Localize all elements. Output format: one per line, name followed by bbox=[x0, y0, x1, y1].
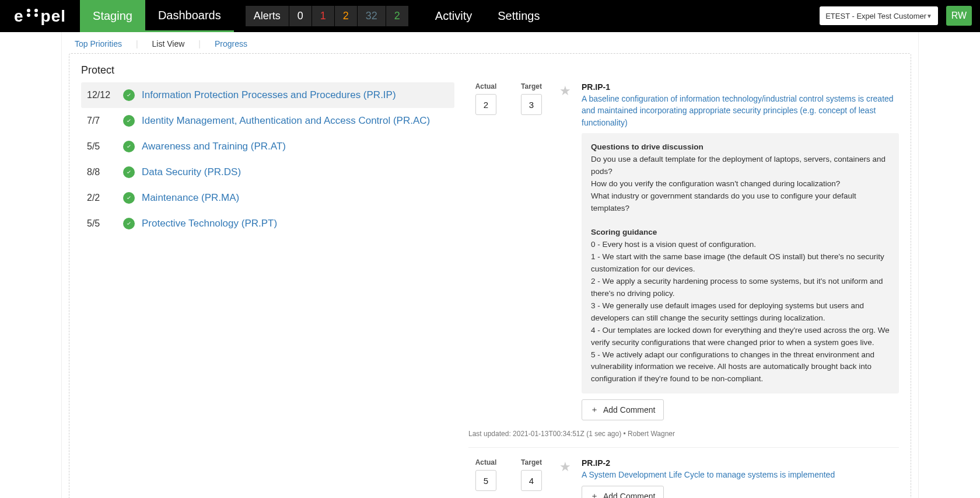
logo-right: pel bbox=[41, 7, 66, 26]
category-link[interactable]: Awareness and Training (PR.AT) bbox=[142, 141, 286, 152]
actual-score-input[interactable]: 2 bbox=[475, 94, 496, 115]
logo-left: e bbox=[14, 7, 24, 26]
nav-activity[interactable]: Activity bbox=[422, 0, 485, 32]
actual-label: Actual bbox=[475, 82, 497, 90]
category-row[interactable]: 8/8Data Security (PR.DS) bbox=[81, 159, 454, 185]
scoring-heading: Scoring guidance bbox=[591, 227, 890, 239]
target-label: Target bbox=[521, 458, 542, 466]
category-count: 7/7 bbox=[87, 116, 116, 126]
divider bbox=[468, 447, 899, 448]
control-title-link[interactable]: A baseline configuration of information … bbox=[582, 93, 899, 128]
alert-count-1[interactable]: 1 bbox=[312, 6, 335, 26]
alert-count-2[interactable]: 2 bbox=[335, 6, 358, 26]
scoring-text: 1 - We start with the same base image (t… bbox=[591, 251, 890, 276]
add-comment-button[interactable]: ＋ Add Comment bbox=[582, 399, 664, 420]
scoring-text: 2 - We apply a security hardening proces… bbox=[591, 276, 890, 300]
category-row[interactable]: 12/12Information Protection Processes an… bbox=[81, 82, 454, 108]
scoring-text: 4 - Our templates are locked down for ev… bbox=[591, 325, 890, 349]
top-nav-bar: epel Staging Dashboards Alerts 0 1 2 32 … bbox=[0, 0, 980, 32]
alert-count-0[interactable]: 0 bbox=[289, 6, 312, 26]
star-icon[interactable]: ★ bbox=[559, 83, 571, 420]
nav-alerts[interactable]: Alerts bbox=[246, 6, 289, 26]
actual-score-input[interactable]: 5 bbox=[475, 470, 496, 491]
subtab-top-priorities[interactable]: Top Priorities bbox=[75, 39, 122, 48]
actual-label: Actual bbox=[475, 458, 497, 466]
guidance-box: Questions to drive discussion Do you use… bbox=[582, 133, 899, 393]
category-link[interactable]: Protective Technology (PR.PT) bbox=[142, 218, 277, 229]
alert-count-3[interactable]: 32 bbox=[358, 6, 386, 26]
category-list: 12/12Information Protection Processes an… bbox=[81, 82, 454, 498]
question-text: What industry or government standards do… bbox=[591, 190, 890, 215]
category-link[interactable]: Data Security (PR.DS) bbox=[142, 166, 241, 178]
subtab-list-view[interactable]: List View bbox=[152, 39, 185, 48]
scoring-text: 0 - Every host is a vision quest of conf… bbox=[591, 239, 890, 251]
subtabs: Top Priorities | List View | Progress bbox=[69, 32, 911, 53]
category-row[interactable]: 2/2Maintenance (PR.MA) bbox=[81, 185, 454, 211]
plus-icon: ＋ bbox=[590, 491, 598, 498]
brand-logo: epel bbox=[0, 0, 80, 32]
check-circle-icon bbox=[123, 166, 135, 178]
customer-selector-label: ETEST - Expel Test Customer bbox=[825, 12, 926, 20]
scoring-text: 5 - We actively adapt our configurations… bbox=[591, 349, 890, 386]
add-comment-label: Add Comment bbox=[603, 492, 655, 498]
control-item: Actual 2 Target 3 ★ PR.IP-1 A baseline c… bbox=[468, 82, 899, 424]
control-title-link[interactable]: A System Development Life Cycle to manag… bbox=[582, 469, 899, 480]
plus-icon: ＋ bbox=[590, 405, 598, 415]
star-icon[interactable]: ★ bbox=[559, 459, 571, 498]
subtab-progress[interactable]: Progress bbox=[215, 39, 247, 48]
control-code: PR.IP-2 bbox=[582, 458, 899, 468]
last-updated-meta: Last updated: 2021-01-13T00:34:51Z (1 se… bbox=[468, 430, 899, 438]
target-label: Target bbox=[521, 82, 542, 90]
category-count: 5/5 bbox=[87, 218, 116, 229]
caret-down-icon: ▼ bbox=[926, 13, 932, 19]
nav-staging[interactable]: Staging bbox=[80, 0, 145, 32]
user-avatar[interactable]: RW bbox=[946, 6, 972, 26]
add-comment-button[interactable]: ＋ Add Comment bbox=[582, 486, 664, 498]
category-row[interactable]: 5/5Protective Technology (PR.PT) bbox=[81, 211, 454, 236]
category-link[interactable]: Identity Management, Authentication and … bbox=[142, 115, 430, 127]
check-circle-icon bbox=[123, 141, 135, 152]
control-code: PR.IP-1 bbox=[582, 82, 899, 92]
check-circle-icon bbox=[123, 89, 135, 101]
question-text: Do you use a default template for the de… bbox=[591, 154, 890, 178]
target-score-input[interactable]: 4 bbox=[521, 470, 542, 491]
category-link[interactable]: Maintenance (PR.MA) bbox=[142, 192, 239, 204]
target-score-input[interactable]: 3 bbox=[521, 94, 542, 115]
check-circle-icon bbox=[123, 192, 135, 204]
nav-settings[interactable]: Settings bbox=[485, 0, 552, 32]
check-circle-icon bbox=[123, 218, 135, 229]
category-count: 2/2 bbox=[87, 193, 116, 203]
category-count: 12/12 bbox=[87, 90, 116, 100]
check-circle-icon bbox=[123, 115, 135, 127]
category-count: 5/5 bbox=[87, 141, 116, 152]
question-text: How do you verify the configuration wasn… bbox=[591, 178, 890, 190]
category-row[interactable]: 7/7Identity Management, Authentication a… bbox=[81, 108, 454, 134]
alert-count-4[interactable]: 2 bbox=[386, 6, 408, 26]
scoring-text: 3 - We generally use default images used… bbox=[591, 300, 890, 325]
alerts-group: Alerts 0 1 2 32 2 bbox=[246, 0, 408, 32]
category-link[interactable]: Information Protection Processes and Pro… bbox=[142, 89, 396, 101]
questions-heading: Questions to drive discussion bbox=[591, 141, 890, 154]
category-count: 8/8 bbox=[87, 167, 116, 177]
add-comment-label: Add Comment bbox=[603, 405, 655, 415]
category-row[interactable]: 5/5Awareness and Training (PR.AT) bbox=[81, 134, 454, 159]
control-item: Actual 5 Target 4 ★ PR.IP-2 A System Dev… bbox=[468, 458, 899, 498]
customer-selector[interactable]: ETEST - Expel Test Customer ▼ bbox=[820, 6, 938, 25]
section-title: Protect bbox=[81, 64, 899, 76]
nav-dashboards[interactable]: Dashboards bbox=[145, 0, 234, 32]
